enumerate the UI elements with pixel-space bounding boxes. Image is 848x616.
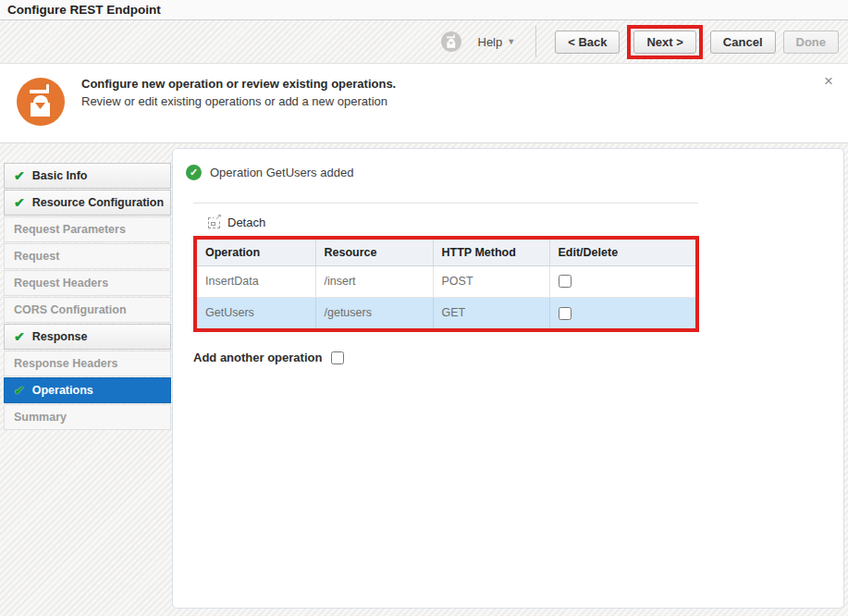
column-header-resource: Resource xyxy=(315,240,433,265)
cell-http-method: POST xyxy=(433,265,549,297)
header-title: Configure new operation or review existi… xyxy=(81,77,396,91)
chevron-down-icon: ▼ xyxy=(507,37,515,46)
status-message: Operation GetUsers added xyxy=(210,166,353,179)
sidebar-item-request: Request xyxy=(4,243,171,269)
add-another-operation-label: Add another operation xyxy=(193,351,322,364)
help-menu[interactable]: Help ▼ xyxy=(478,35,516,49)
detach-button[interactable]: ↗ Detach xyxy=(208,216,843,229)
sidebar-item-basic-info[interactable]: ✔ Basic Info xyxy=(4,163,171,189)
sidebar-item-cors-configuration: CORS Configuration xyxy=(4,297,171,323)
page-title: Configure REST Endpoint xyxy=(7,3,161,17)
operations-table: Operation Resource HTTP Method Edit/Dele… xyxy=(197,240,695,328)
cell-operation: GetUsers xyxy=(197,297,315,328)
toolbar-divider xyxy=(535,26,536,57)
edit-delete-checkbox[interactable] xyxy=(559,307,571,320)
add-another-operation-checkbox[interactable] xyxy=(331,351,344,364)
detach-arrow-icon: ↗ xyxy=(214,212,223,221)
success-check-icon: ✓ xyxy=(186,165,202,180)
sidebar-item-resource-configuration[interactable]: ✔ Resource Configuration xyxy=(4,190,171,216)
rest-adapter-icon xyxy=(17,78,65,129)
check-icon: ✔ xyxy=(14,169,25,182)
sidebar-item-request-parameters: Request Parameters xyxy=(4,216,171,242)
cell-operation: InsertData xyxy=(197,265,315,297)
add-another-operation-row: Add another operation xyxy=(193,351,843,364)
sidebar-item-label: CORS Configuration xyxy=(14,303,127,316)
table-header-row: Operation Resource HTTP Method Edit/Dele… xyxy=(197,240,695,265)
sidebar-item-request-headers: Request Headers xyxy=(4,270,171,296)
check-icon: ✔ xyxy=(14,196,25,209)
sidebar-item-label: Resource Configuration xyxy=(32,196,164,209)
operations-panel: ✓ Operation GetUsers added ↗ Detach Oper… xyxy=(172,148,844,609)
back-button[interactable]: < Back xyxy=(555,31,620,54)
cell-resource: /getusers xyxy=(315,297,433,328)
column-header-edit-delete: Edit/Delete xyxy=(549,240,695,265)
wizard-steps-sidebar: ✔ Basic Info ✔ Resource Configuration Re… xyxy=(4,163,171,431)
sidebar-item-label: Request xyxy=(14,250,59,263)
wizard-header: Configure new operation or review existi… xyxy=(0,63,848,143)
adapter-badge-icon xyxy=(441,31,461,52)
cell-resource: /insert xyxy=(315,265,433,297)
sidebar-item-label: Basic Info xyxy=(32,169,88,182)
sidebar-item-label: Operations xyxy=(32,384,93,397)
sidebar-item-label: Request Parameters xyxy=(14,223,126,236)
close-icon[interactable]: × xyxy=(820,73,837,90)
detach-icon: ↗ xyxy=(208,217,220,228)
detach-label: Detach xyxy=(227,216,265,229)
header-subtitle: Review or edit existing operations or ad… xyxy=(81,94,387,108)
sidebar-item-label: Summary xyxy=(14,411,67,424)
window-titlebar: Configure REST Endpoint xyxy=(0,0,848,20)
sidebar-item-label: Response Headers xyxy=(14,357,118,370)
table-row[interactable]: GetUsers /getusers GET xyxy=(197,297,695,328)
column-header-http-method: HTTP Method xyxy=(433,240,549,265)
help-label: Help xyxy=(478,35,503,49)
edit-delete-checkbox[interactable] xyxy=(559,275,571,288)
table-row[interactable]: InsertData /insert POST xyxy=(197,265,695,297)
operations-table-highlight: Operation Resource HTTP Method Edit/Dele… xyxy=(193,236,699,332)
check-icon: ✔ xyxy=(14,384,25,397)
content-divider xyxy=(193,203,698,203)
cancel-button[interactable]: Cancel xyxy=(710,31,776,54)
cell-http-method: GET xyxy=(433,297,549,328)
column-header-operation: Operation xyxy=(197,240,315,265)
sidebar-item-summary: Summary xyxy=(4,404,171,430)
check-icon: ✔ xyxy=(14,330,25,343)
sidebar-item-label: Request Headers xyxy=(14,277,108,290)
done-button[interactable]: Done xyxy=(783,31,840,54)
wizard-toolbar: Help ▼ < Back Next > Cancel Done xyxy=(0,21,848,62)
sidebar-item-label: Response xyxy=(32,330,88,343)
sidebar-item-response-headers: Response Headers xyxy=(4,351,171,376)
next-button-highlight: Next > xyxy=(627,25,702,59)
status-message-row: ✓ Operation GetUsers added xyxy=(186,165,843,180)
sidebar-item-response[interactable]: ✔ Response xyxy=(4,324,171,350)
sidebar-item-operations[interactable]: ✔ Operations xyxy=(4,377,171,403)
next-button[interactable]: Next > xyxy=(633,31,695,54)
